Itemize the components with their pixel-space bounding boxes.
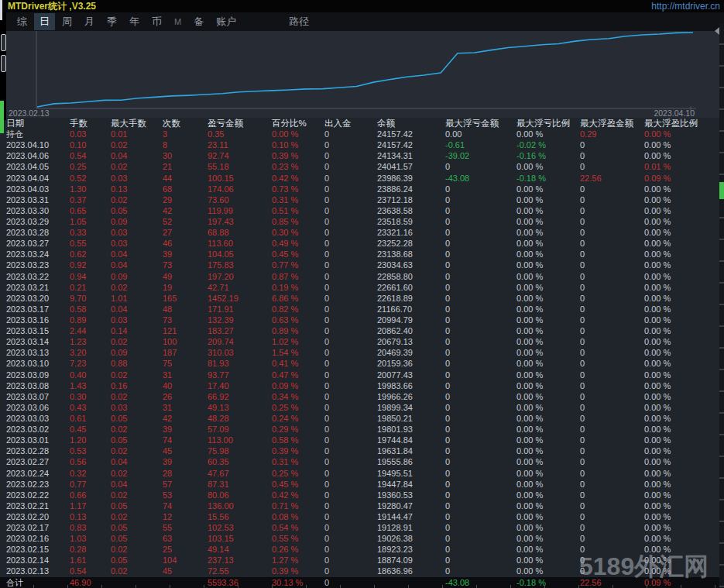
table-row[interactable]: 2023.03.209.701.011651452.196.86 %022618… [0,293,724,304]
table-row[interactable]: 2023.03.220.940.0949197.200.87 %022858.8… [0,271,724,282]
col-header-count[interactable]: 次数 [163,118,208,129]
scrollbar-thumb[interactable] [719,182,724,199]
table-row[interactable]: 2023.03.081.430.164017.400.09 %019983.66… [0,380,724,391]
table-row[interactable]: 2023.02.270.560.043960.350.31 %019555.86… [0,456,724,467]
cell-balance: 19555.86 [377,456,445,467]
cell-date: 2023.04.06 [6,150,70,161]
table-row[interactable]: 2023.04.100.100.02823.110.10 %024157.42-… [0,139,724,150]
table-row[interactable]: 2023.02.240.320.022847.670.25 %019495.51… [0,468,724,479]
tab-note[interactable]: 备 [188,13,209,30]
col-header-in-out[interactable]: 出入金 [324,118,377,129]
cell-balance: 18923.23 [377,544,445,555]
table-row[interactable]: 2023.03.291.050.0952197.430.85 %023518.5… [0,216,724,227]
table-row[interactable]: 2023.03.152.440.14121183.270.89 %020862.… [0,325,724,336]
cell-lots: 0.55 [70,238,111,249]
cell-date: 2023.03.10 [6,358,70,369]
cell-max-float-loss: 0 [445,456,516,467]
tab-account[interactable]: 账户 [211,13,242,30]
table-row[interactable]: 2023.02.211.170.0574136.000.71 %019280.4… [0,500,724,511]
col-header-max-float-loss-pct[interactable]: 最大浮亏比例 [516,118,580,129]
table-row[interactable]: 2023.04.050.250.022155.180.23 %024041.57… [0,161,724,172]
cell-pl-amount: 15.56 [208,511,272,522]
table-row[interactable]: 2023.03.060.430.033149.130.25 %019899.34… [0,402,724,413]
table-row[interactable]: 2023.04.060.540.043092.740.39 %024134.31… [0,150,724,161]
table-row[interactable]: 2023.02.220.660.025380.060.42 %019360.53… [0,490,724,500]
cell-count: 104 [163,555,208,566]
cell-max-lots: 0.02 [111,424,163,435]
table-row[interactable]: 2023.03.310.370.022973.600.31 %023712.18… [0,194,724,205]
col-header-date[interactable]: 日期 [6,118,70,129]
table-row[interactable]: 2023.04.031.300.1368174.060.73 %023886.2… [0,184,724,194]
scrollbar[interactable] [719,23,724,588]
tab-weekly[interactable]: 周 [57,13,77,30]
cell-lots: 1.03 [70,533,111,544]
cell-date: 2023.03.28 [6,227,70,238]
cell-max-float-loss-pct: 0.00 % [516,227,580,238]
cell-pl-amount: 209.74 [208,336,272,347]
cell-in-out: 0 [324,336,377,347]
vendor-url-link[interactable]: http://mtdriver.cn [651,1,724,12]
tab-currency[interactable]: 币 [146,13,167,30]
table-row[interactable]: 2023.03.090.400.023193.770.47 %020077.43… [0,370,724,380]
table-row[interactable]: 2023.03.030.610.054248.280.24 %019850.21… [0,413,724,424]
scroll-arrow-icon[interactable] [715,27,719,35]
total-cell-balance [377,577,445,588]
table-row[interactable]: 2023.02.130.540.024572.550.39 %018636.96… [0,566,724,576]
table-row[interactable]: 2023.02.170.830.0555102.530.54 %019128.9… [0,522,724,533]
col-header-percent[interactable]: 百分比% [272,118,324,129]
cell-percent: 0.19 % [272,282,324,293]
tab-monthly[interactable]: 月 [79,13,100,30]
tab-daily[interactable]: 日 [34,13,55,30]
table-row[interactable]: 2023.02.230.770.045787.310.45 %019447.84… [0,479,724,490]
col-header-max-lots[interactable]: 最大手数 [111,118,163,129]
table-row[interactable]: 2023.03.300.650.0542119.990.51 %023638.5… [0,205,724,216]
tab-quarterly[interactable]: 季 [101,13,122,30]
table-row[interactable]: 2023.03.020.450.023957.090.29 %019801.93… [0,424,724,435]
table-row[interactable]: 2023.03.160.890.0373132.390.63 %020994.7… [0,315,724,325]
cell-balance: 23986.39 [377,173,445,184]
table-row[interactable]: 2023.03.070.300.022666.920.34 %019966.26… [0,391,724,402]
table-row[interactable]: 2023.03.230.920.0473175.830.77 %023034.6… [0,260,724,270]
col-header-balance[interactable]: 余额 [377,118,445,129]
table-row[interactable]: 2023.03.210.210.021942.710.19 %022661.60… [0,282,724,293]
cell-max-float-loss-pct: 0.00 % [516,271,580,282]
tab-overview[interactable]: 综 [12,13,33,30]
table-row[interactable]: 2023.03.011.200.0574113.000.58 %019744.8… [0,435,724,445]
cell-lots: 0.43 [70,402,111,413]
col-header-pl-amount[interactable]: 盈亏金额 [208,118,272,129]
cell-pl-amount: 197.20 [208,271,272,282]
table-row[interactable]: 2023.02.150.280.022549.140.26 %018923.23… [0,544,724,555]
table-row[interactable]: 2023.02.200.130.021215.560.08 %019144.47… [0,511,724,522]
cell-max-lots: 0.04 [111,456,163,467]
col-header-max-float-profit[interactable]: 最大浮盈金额 [580,118,644,129]
col-header-max-float-loss[interactable]: 最大浮亏金额 [445,118,516,129]
table-row[interactable]: 2023.03.280.330.032768.880.30 %023321.16… [0,227,724,238]
tab-yearly[interactable]: 年 [124,13,145,30]
table-row[interactable]: 持仓0.030.0130.350.00 %024157.420.000.00 %… [0,129,724,139]
cell-lots: 0.28 [70,544,111,555]
cell-lots: 0.21 [70,282,111,293]
col-header-max-float-profit-pct[interactable]: 最大浮盈比例 [644,118,719,129]
table-row[interactable]: 2023.02.280.530.024575.980.39 %019631.84… [0,445,724,456]
table-row[interactable]: 2023.02.161.030.0563103.150.55 %019026.3… [0,533,724,544]
cell-max-lots: 0.02 [111,336,163,347]
table-row[interactable]: 2023.03.141.230.02100209.741.02 %020679.… [0,336,724,347]
cell-count: 27 [163,227,208,238]
table-row[interactable]: 2023.03.170.580.0448171.910.82 %021166.7… [0,304,724,315]
cell-in-out: 0 [324,304,377,315]
table-row[interactable]: 2023.02.141.610.05104237.131.27 %018874.… [0,555,724,566]
table-row[interactable]: 2023.03.270.550.0346113.600.49 %023252.2… [0,238,724,249]
table-row[interactable]: 2023.03.133.200.09187310.031.54 %020469.… [0,347,724,358]
table-row[interactable]: 2023.04.040.520.0344100.150.42 %023986.3… [0,173,724,184]
button-path[interactable]: 路径 [283,13,314,30]
cell-date: 2023.03.03 [6,413,70,424]
table-row[interactable]: 2023.03.107.230.887581.930.41 %020159.36… [0,358,724,369]
tab-m[interactable]: M [169,15,187,28]
table-row[interactable]: 2023.03.240.620.0439104.050.45 %023138.6… [0,249,724,260]
cell-max-lots: 0.09 [111,347,163,358]
cell-max-float-profit-pct: 0.00 % [644,194,719,205]
cell-lots: 0.40 [70,370,111,380]
cell-percent: 0.30 % [272,227,324,238]
col-header-lots[interactable]: 手数 [70,118,111,129]
cell-in-out: 0 [324,456,377,467]
